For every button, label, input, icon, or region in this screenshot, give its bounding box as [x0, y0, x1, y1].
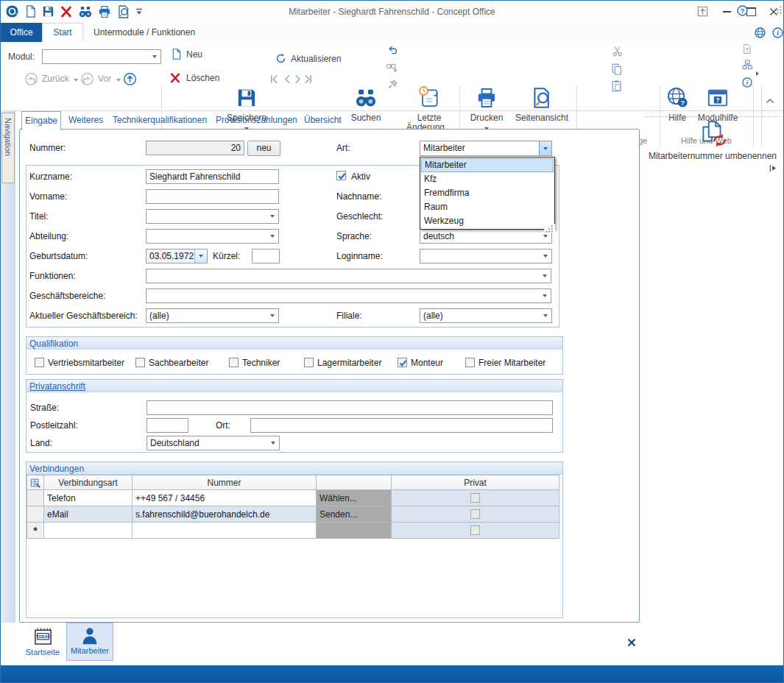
table-new-row[interactable]: * [27, 523, 559, 539]
send-button[interactable]: Senden... [317, 506, 392, 523]
vertriebsmitarbeiter-checkbox[interactable] [35, 358, 44, 367]
art-dropdown-button-icon[interactable] [539, 141, 551, 155]
kuerzel-input[interactable] [252, 249, 280, 263]
art-option[interactable]: Mitarbeiter [421, 158, 554, 172]
close-document-icon[interactable] [627, 638, 636, 647]
freier-mitarbeiter-checkbox[interactable] [465, 358, 475, 367]
col-nummer[interactable]: Nummer [133, 475, 317, 490]
minimize-icon[interactable] [716, 4, 737, 19]
form-tab-eingabe[interactable]: Eingabe [21, 111, 61, 130]
form-tab-weiteres[interactable]: Weiteres [66, 112, 106, 128]
cell-nummer[interactable]: s.fahrenschild@buerohandelch.de [133, 506, 317, 523]
ribbon-info-icon[interactable] [741, 77, 753, 88]
row-selector-header[interactable] [27, 475, 44, 490]
list-resize-grip-icon[interactable] [544, 224, 555, 233]
cell-nummer[interactable] [133, 523, 317, 539]
tab-untermodule[interactable]: Untermodule / Funktionen [88, 23, 201, 42]
art-option[interactable]: Fremdfirma [421, 186, 554, 200]
web-globe-icon[interactable] [754, 26, 766, 39]
previous-record-icon[interactable] [282, 74, 293, 85]
up-icon[interactable] [123, 72, 137, 86]
row-selector[interactable] [27, 490, 44, 506]
vorname-input[interactable] [146, 189, 279, 204]
first-record-icon[interactable] [269, 74, 280, 85]
kurzname-input[interactable]: Sieghardt Fahrenschild [146, 169, 279, 184]
lagermitarbeiter-checkbox[interactable] [304, 358, 314, 367]
privat-checkbox[interactable] [470, 525, 480, 535]
art-option[interactable]: Raum [421, 200, 554, 214]
cell-nummer[interactable]: ++49 567 / 34456 [133, 490, 317, 506]
forward-dropdown-icon[interactable] [116, 79, 121, 82]
taskbar-item-startseite[interactable]: Startseite [21, 624, 64, 660]
cut-icon[interactable] [612, 45, 624, 57]
info-circle-icon[interactable] [771, 26, 784, 39]
land-dropdown[interactable]: Deutschland [146, 436, 280, 450]
cell-verbindungsart[interactable]: Telefon [44, 490, 133, 506]
help-circle-icon[interactable] [736, 4, 749, 17]
back-dropdown-icon[interactable] [74, 79, 78, 82]
refresh-label[interactable]: Aktualisieren [291, 54, 342, 64]
table-row[interactable]: Telefon ++49 567 / 34456 Wählen... [27, 490, 559, 506]
tab-start[interactable]: Start [42, 23, 83, 41]
copy-icon[interactable] [610, 63, 624, 76]
ort-input[interactable] [250, 418, 553, 433]
filiale-dropdown[interactable]: (alle) [420, 308, 552, 323]
row-selector[interactable] [27, 506, 44, 523]
taskbar-item-mitarbeiter[interactable]: Mitarbeiter [66, 623, 113, 661]
sprache-dropdown[interactable]: deutsch [420, 229, 552, 244]
modul-dropdown[interactable] [42, 49, 161, 64]
pin-icon[interactable] [386, 78, 399, 91]
expand-right-icon[interactable] [756, 71, 759, 76]
aktueller-geschaeftsbereich-dropdown[interactable]: (alle) [146, 308, 279, 323]
neu-button[interactable]: neu [247, 141, 280, 156]
back-label[interactable]: Zurück [42, 74, 69, 84]
doc-help-icon[interactable] [741, 43, 752, 54]
paste-icon[interactable] [610, 79, 624, 93]
col-verbindungsart[interactable]: Verbindungsart [44, 475, 133, 490]
privatanschrift-link[interactable]: Privatanschrift [29, 381, 85, 392]
privat-checkbox[interactable] [470, 493, 480, 503]
nummer-input[interactable]: 20 [146, 141, 244, 155]
next-record-icon[interactable] [292, 74, 303, 85]
sachbearbeiter-checkbox[interactable] [135, 358, 145, 367]
popout-window-icon[interactable] [693, 4, 711, 19]
postleitzahl-input[interactable] [146, 418, 188, 433]
submodule-icon[interactable] [741, 59, 753, 71]
forward-icon[interactable] [80, 72, 94, 86]
geburtsdatum-dropdown-icon[interactable] [194, 250, 207, 263]
delete-record-label[interactable]: Löschen [186, 73, 219, 83]
monteur-checkbox[interactable] [398, 358, 407, 367]
panel-expand-icon[interactable] [769, 164, 778, 172]
back-icon[interactable] [24, 72, 38, 86]
statusbar-resize-grip-icon[interactable] [774, 5, 783, 14]
privat-checkbox[interactable] [470, 509, 480, 519]
geschaeftsbereiche-dropdown[interactable] [146, 289, 551, 303]
cell-verbindungsart[interactable] [44, 523, 133, 539]
refresh-icon[interactable] [275, 52, 287, 65]
form-tab-provisionszahlungen[interactable]: Provisionszahlungen [213, 112, 300, 128]
form-tab-technikerqualifikationen[interactable]: Technikerqualifikationen [110, 112, 210, 128]
strasse-input[interactable] [146, 400, 553, 415]
techniker-checkbox[interactable] [229, 358, 239, 367]
form-tab-uebersicht[interactable]: Übersicht [301, 112, 345, 128]
delete-record-icon[interactable] [169, 71, 182, 85]
titel-dropdown[interactable] [146, 209, 279, 224]
undo-icon[interactable] [386, 43, 399, 56]
table-row[interactable]: eMail s.fahrenschild@buerohandelch.de Se… [27, 506, 559, 523]
aktiv-checkbox[interactable] [336, 171, 346, 180]
rename-employee-number-button[interactable]: Mitarbeiternummer umbenennen [646, 118, 780, 161]
collapse-ribbon-icon[interactable] [766, 98, 774, 104]
cell-verbindungsart[interactable]: eMail [44, 506, 133, 523]
loginname-dropdown[interactable] [420, 249, 552, 263]
abteilung-dropdown[interactable] [146, 229, 279, 244]
funktionen-dropdown[interactable] [146, 269, 551, 283]
clear-search-icon[interactable] [385, 60, 398, 74]
col-privat[interactable]: Privat [392, 475, 559, 490]
new-record-icon[interactable] [170, 48, 183, 60]
geburtsdatum-input[interactable]: 03.05.1972 [146, 249, 208, 263]
art-option[interactable]: Werkzeug [421, 214, 554, 228]
forward-label[interactable]: Vor [98, 74, 111, 84]
dial-button[interactable]: Wählen... [317, 490, 392, 506]
tab-office[interactable]: Office [1, 23, 42, 42]
new-record-label[interactable]: Neu [186, 49, 202, 60]
